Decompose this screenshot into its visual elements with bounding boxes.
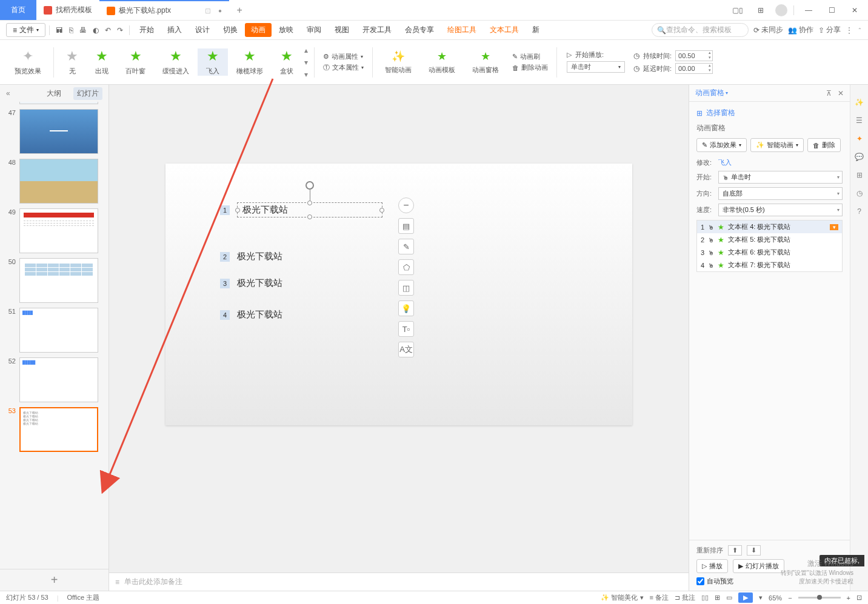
magic-icon[interactable]: ✨ xyxy=(855,98,864,107)
crop-icon[interactable]: ◫ xyxy=(398,280,414,296)
menu-new[interactable]: 新 xyxy=(526,25,546,35)
more-icon[interactable]: ⋮ xyxy=(846,26,853,35)
chevron-down-icon[interactable]: ▾ xyxy=(726,90,728,96)
checkbox[interactable] xyxy=(696,577,704,585)
select-pane-button[interactable]: ⊞选择窗格 xyxy=(696,108,843,118)
effect-scroll[interactable]: ▴▾▾ xyxy=(302,46,310,79)
text-item-2[interactable]: 2极光下载站 xyxy=(220,251,282,262)
print-icon[interactable]: 🖶 xyxy=(77,26,89,35)
delay-input[interactable]: 00.00 xyxy=(675,63,713,74)
notes-button[interactable]: ≡ 备注 xyxy=(650,593,669,602)
text-item-3[interactable]: 3极光下载站 xyxy=(220,277,282,289)
effect-appear[interactable]: ★出现 xyxy=(87,48,117,76)
anim-props-button[interactable]: ⚙动画属性▾ xyxy=(323,52,364,61)
tab-document[interactable]: 极光下载站.pptx ⊡ ● xyxy=(99,0,229,20)
effect-slow[interactable]: ★缓慢进入 xyxy=(154,48,198,76)
zoom-slider[interactable] xyxy=(798,597,841,599)
layout-icon[interactable]: ▢▯ xyxy=(729,6,746,15)
help-icon[interactable]: ? xyxy=(857,207,861,216)
play-button[interactable]: ▷播放 xyxy=(696,559,728,573)
view-sorter-icon[interactable]: ⊞ xyxy=(715,594,720,602)
anim-item-3[interactable]: 3★文本框 6: 极光下载站 xyxy=(697,246,842,259)
remove-button[interactable]: − xyxy=(398,197,414,213)
close-button[interactable]: ✕ xyxy=(846,6,863,15)
item-menu[interactable]: ▾ xyxy=(830,224,838,230)
tab-templates[interactable]: 找稻壳模板 xyxy=(36,0,99,20)
resize-handle-s[interactable] xyxy=(307,214,312,219)
anim-item-1[interactable]: 1★文本框 4: 极光下载站▾ xyxy=(697,221,842,233)
star-icon[interactable]: ✦ xyxy=(856,134,863,143)
coop-button[interactable]: 👥 协作 xyxy=(788,25,813,35)
menu-transition[interactable]: 切换 xyxy=(217,25,244,35)
resize-handle-n[interactable] xyxy=(307,201,312,205)
menu-insert[interactable]: 插入 xyxy=(161,25,188,35)
tab-slides[interactable]: 幻灯片 xyxy=(73,87,102,100)
menu-texttools[interactable]: 文本工具 xyxy=(484,25,525,35)
maximize-button[interactable]: ☐ xyxy=(823,6,840,15)
move-down-button[interactable]: ⬇ xyxy=(747,545,761,556)
anim-item-2[interactable]: 2★文本框 5: 极光下载站 xyxy=(697,233,842,246)
menu-animation[interactable]: 动画 xyxy=(245,23,272,37)
smart-beautify-button[interactable]: ✨ 智能美化 ▾ xyxy=(601,593,643,602)
collapse-icon[interactable]: « xyxy=(6,89,10,98)
thumb-48[interactable] xyxy=(19,159,98,204)
add-tab-button[interactable]: + xyxy=(229,0,250,20)
comments-button[interactable]: ⊐ 批注 xyxy=(675,593,695,602)
menu-member[interactable]: 会员专享 xyxy=(399,25,440,35)
thumb-53[interactable]: 极光下载站极光下载站极光下载站极光下载站 xyxy=(19,407,98,452)
slideshow-play-button[interactable]: ▶幻灯片播放 xyxy=(733,559,784,573)
effect-blinds[interactable]: ★百叶窗 xyxy=(117,48,154,76)
rotate-handle[interactable] xyxy=(305,181,314,190)
pencil-icon[interactable]: ✎ xyxy=(398,239,414,254)
notes-bar[interactable]: ≡ 单击此处添加备注 xyxy=(109,572,689,591)
translate-icon[interactable]: A文 xyxy=(398,342,414,357)
on-click-select[interactable]: 单击时▾ xyxy=(567,61,625,73)
speed-select[interactable]: 非常快(0.5 秒) xyxy=(718,204,843,216)
menu-review[interactable]: 审阅 xyxy=(301,25,327,35)
zoom-in-button[interactable]: + xyxy=(847,594,850,602)
clock-icon[interactable]: ◷ xyxy=(856,189,863,197)
menu-devtools[interactable]: 开发工具 xyxy=(356,25,398,35)
del-anim-button[interactable]: 🗑删除动画 xyxy=(512,63,548,72)
add-effect-button[interactable]: ✎添加效果▾ xyxy=(696,138,747,152)
effect-box[interactable]: ★盒状 xyxy=(272,48,302,76)
thumb-52[interactable]: █████ xyxy=(19,357,98,402)
puzzle-icon[interactable]: ⊞ xyxy=(856,171,863,179)
anim-brush-button[interactable]: ✎动画刷 xyxy=(512,52,548,61)
shape-icon[interactable]: ⬠ xyxy=(398,259,414,275)
text-item-1[interactable]: 1 极光下载站 xyxy=(220,202,382,217)
minimize-button[interactable]: — xyxy=(800,6,817,15)
redo-icon[interactable]: ↷ xyxy=(115,26,125,35)
textbox-icon[interactable]: T▫ xyxy=(398,321,414,337)
view-normal-icon[interactable]: ▯▯ xyxy=(701,594,709,602)
smart-anim-button[interactable]: ✨智能动画▾ xyxy=(750,138,804,152)
zoom-out-button[interactable]: − xyxy=(788,594,792,602)
close-pane-icon[interactable]: ✕ xyxy=(838,89,844,98)
effect-none[interactable]: ★无 xyxy=(58,48,87,76)
smart-anim-button[interactable]: ✨智能动画 xyxy=(376,50,420,75)
start-select[interactable]: 单击时 xyxy=(718,171,843,184)
effect-flyin[interactable]: ★飞入 xyxy=(198,48,228,76)
chat-icon[interactable]: 💬 xyxy=(855,153,864,161)
apps-icon[interactable]: ⊞ xyxy=(752,6,769,15)
tab-home[interactable]: 首页 xyxy=(0,0,36,20)
sliders-icon[interactable]: ☰ xyxy=(856,116,863,125)
slideshow-button[interactable]: ▶ xyxy=(738,592,753,603)
add-slide-button[interactable]: + xyxy=(0,569,109,591)
anim-item-4[interactable]: 4★文本框 7: 极光下载站 xyxy=(697,259,842,271)
expand-icon[interactable]: ⌃ xyxy=(858,27,862,33)
search-input[interactable]: 🔍 查找命令、搜索模板 xyxy=(652,23,749,37)
anim-pane-button[interactable]: ★动画窗格 xyxy=(464,50,507,75)
preview-icon[interactable]: ◐ xyxy=(90,26,101,35)
thumb-46[interactable] xyxy=(19,102,98,104)
textbox-selected[interactable]: 极光下载站 xyxy=(237,202,382,217)
share-icon[interactable]: ⎘ xyxy=(67,26,76,35)
effect-football[interactable]: ★橄榄球形 xyxy=(228,48,272,76)
thumb-51[interactable]: ████ xyxy=(19,308,98,353)
idea-icon[interactable]: 💡 xyxy=(398,300,414,316)
fit-icon[interactable]: ⊡ xyxy=(856,594,862,602)
view-reading-icon[interactable]: ▭ xyxy=(726,594,732,602)
duration-input[interactable]: 00.50 xyxy=(675,50,713,61)
save-icon[interactable]: 🖬 xyxy=(53,26,65,35)
slide-canvas[interactable]: 1 极光下载站 2极光下载站 3极光下载站 4极光下载站 xyxy=(165,164,632,425)
